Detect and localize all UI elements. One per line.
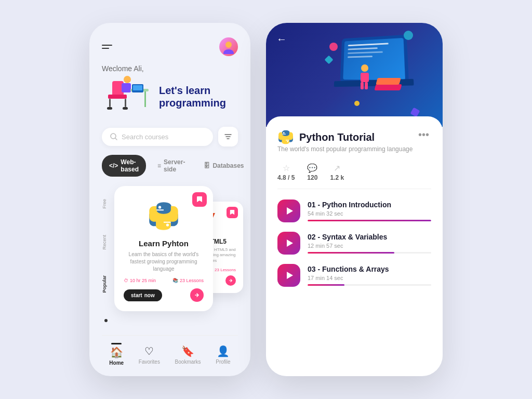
favorites-icon: ♡ [144,345,154,357]
tab-server-side[interactable]: ≡ Server-side [150,155,192,177]
course-header: Python Tutorial The world's most popular… [277,129,431,160]
stat-shares: ↗ 1.2 k [330,163,344,181]
hero-text: Let's learnprogramming [154,84,238,109]
svg-point-1 [223,49,234,54]
progress-fill-3 [308,284,344,286]
label-recent[interactable]: Recent [102,235,110,250]
nav-favorites-label: Favorites [139,359,160,365]
play-icon-3 [287,272,293,279]
star-icon: ☆ [283,163,290,173]
arrow-python-button[interactable] [190,288,204,302]
lesson-info-2: 02 - Syntax & Variables 12 min 57 sec [308,233,431,254]
progress-bar-3 [308,284,431,286]
card-python-title: Learn Pyhton [124,239,204,248]
lesson-title-1: 01 - Python Introduction [308,201,431,209]
svg-point-12 [283,132,285,134]
side-labels: Free Recent Popular [102,186,114,335]
nav-bookmarks[interactable]: 🔖 Bookmarks [175,345,201,365]
progress-fill-2 [308,252,394,254]
lesson-item-2[interactable]: 02 - Syntax & Variables 12 min 57 sec [277,232,431,255]
home-icon: 🏠 [110,346,123,358]
lesson-item-3[interactable]: 03 - Functions & Arrays 17 min 14 sec [277,264,431,287]
stat-rating: ☆ 4.8 / 5 [277,163,295,181]
hero-section: Let's learnprogramming [102,76,238,117]
category-tabs: </> Web-based ≡ Server-side 🗄 Databases [102,155,238,177]
lesson-duration-3: 17 min 14 sec [308,275,431,281]
server-icon: ≡ [157,162,161,169]
arrow-right-icon-2 [229,278,233,283]
nav-home[interactable]: 🏠 Home [109,344,124,366]
lesson-duration-1: 54 min 32 sec [308,210,431,217]
stat-comments: 💬 120 [307,163,317,181]
card-python-meta: ⏱ 10 hr 25 min 📚 23 Lessons [124,278,204,283]
code-icon: </> [109,162,118,169]
course-content: Python Tutorial The world's most popular… [266,116,443,376]
nav-bookmarks-label: Bookmarks [175,359,201,365]
course-illustration [323,28,437,122]
play-button-2[interactable] [277,232,300,255]
svg-point-8 [166,223,169,226]
bookmark-python-button[interactable] [192,192,207,207]
shares-value: 1.2 k [330,174,344,181]
bookmark-icon-2 [230,209,235,216]
nav-active-indicator [111,343,122,344]
lesson-title-3: 03 - Functions & Arrays [308,265,431,273]
play-icon-2 [287,240,293,247]
svg-point-13 [287,141,288,142]
menu-button[interactable] [102,45,112,49]
bookmark-icon [196,196,203,203]
play-button-1[interactable] [277,200,300,222]
arrow-right-icon [194,292,200,298]
label-popular[interactable]: Popular [102,275,110,293]
tab-web-based[interactable]: </> Web-based [102,155,146,177]
progress-bar-1 [308,220,431,221]
welcome-text: Weclome Ali, [102,64,238,73]
search-placeholder: Search courses [122,133,168,141]
html5-lessons: 23 Lessons [215,268,236,272]
left-phone: Weclome Ali, Let's learnprogramming [89,23,250,376]
avatar[interactable] [219,37,238,56]
tab-databases[interactable]: 🗄 Databases [196,155,250,177]
cards-container: Learn Pyhton Learn the basics of the wor… [114,186,238,335]
nav-profile-label: Profile [216,359,230,365]
comment-icon: 💬 [307,163,317,173]
filter-button[interactable] [218,127,238,147]
card-python-desc: Learn the basics of the world's fastest … [124,251,204,273]
bottom-navigation: 🏠 Home ♡ Favorites 🔖 Bookmarks 👤 Profile [102,335,238,366]
python-duration: ⏱ 10 hr 25 min [124,278,156,283]
bookmarks-icon: 🔖 [181,345,194,357]
lesson-info-3: 03 - Functions & Arrays 17 min 14 sec [308,265,431,286]
search-input[interactable]: Search courses [102,128,213,146]
hero-illustration [102,76,154,117]
database-icon: 🗄 [204,162,210,169]
play-button-3[interactable] [277,264,300,287]
nav-favorites[interactable]: ♡ Favorites [139,345,160,365]
active-indicator [104,319,108,322]
course-card-python[interactable]: Learn Pyhton Learn the basics of the wor… [114,186,213,311]
lesson-duration-2: 12 min 57 sec [308,243,431,249]
course-title: Python Tutorial [299,131,375,143]
nav-home-label: Home [109,360,124,366]
python-logo-small [277,129,294,145]
svg-point-0 [225,42,232,48]
start-python-button[interactable]: start now [124,289,162,301]
course-hero: ← [266,23,443,127]
lesson-item-1[interactable]: 01 - Python Introduction 54 min 32 sec [277,200,431,222]
search-bar: Search courses [102,127,238,147]
bookmark-html5-button[interactable] [227,207,238,218]
back-button[interactable]: ← [276,33,287,45]
more-options-button[interactable]: ••• [416,129,431,141]
arrow-html5-button[interactable] [225,275,236,286]
progress-fill-1 [308,220,431,221]
rating-value: 4.8 / 5 [277,174,295,181]
nav-profile[interactable]: 👤 Profile [216,345,230,365]
share-icon: ↗ [334,163,340,173]
lesson-title-2: 02 - Syntax & Variables [308,233,431,241]
label-free[interactable]: Free [102,199,110,209]
card-python-actions: start now [124,288,204,302]
right-phone: ← [266,23,443,376]
python-logo [147,200,180,233]
filter-icon [224,132,232,141]
python-lessons: 📚 23 Lessons [172,278,204,283]
svg-line-3 [115,138,117,140]
